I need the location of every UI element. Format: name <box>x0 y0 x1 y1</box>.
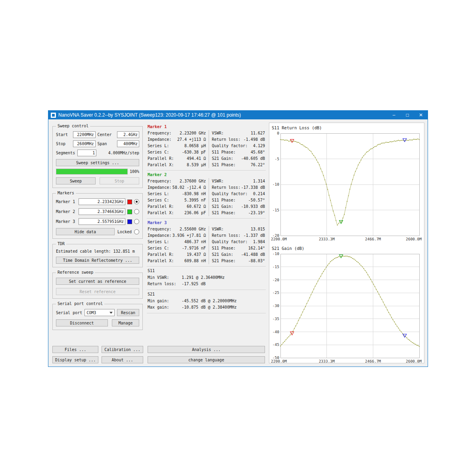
svg-text:2200.0M: 2200.0M <box>271 359 287 363</box>
stop-input[interactable] <box>73 140 96 147</box>
marker-data-row: Parallel R:60.672 Ω <box>148 203 206 210</box>
marker3-radio[interactable] <box>134 219 139 224</box>
field-label: Quality factor: <box>212 191 248 197</box>
marker-data-row: S11 Phase:162.14° <box>212 245 265 251</box>
center-input[interactable] <box>117 131 140 138</box>
field-value: 236.06 pF <box>184 210 206 216</box>
start-label: Start <box>56 132 71 137</box>
tdr-button[interactable]: Time Domain Reflectometry ... <box>56 257 139 264</box>
field-value: 3.936 +j7.81 Ω <box>173 232 206 239</box>
marker2-frequency-input[interactable] <box>79 208 125 215</box>
reference-sweep-group-title: Reference sweep <box>56 270 95 274</box>
serial-port-group-title: Serial port control <box>56 301 104 306</box>
calibration-button[interactable]: Calibration ... <box>102 346 143 353</box>
close-button[interactable]: ✕ <box>414 111 428 119</box>
field-value: -88.03° <box>248 258 265 264</box>
files-button[interactable]: Files ... <box>52 346 98 353</box>
marker-data-row: S21 Gain:-40.605 dB <box>212 155 265 162</box>
field-label: Parallel R: <box>148 155 174 162</box>
marker-data-left-col: Frequency:2.37600 GHzImpedance:58.02 -j1… <box>148 178 209 216</box>
field-value: 8.0658 μH <box>184 143 206 149</box>
titlebar: NanoVNA Saver 0.2.2--by SYSJOINT (Sweep1… <box>48 111 428 119</box>
marker-data-row: Frequency:2.55600 GHz <box>148 226 206 232</box>
segments-row: Segments 4.000MHz/step <box>56 150 139 156</box>
s11-return-loss-chart[interactable]: 0-5-10-15-202200.0M2333.3M2466.7M2600.0M <box>270 131 422 243</box>
svg-text:-20: -20 <box>273 278 279 282</box>
marker2-color-swatch[interactable] <box>127 209 132 214</box>
start-input[interactable] <box>73 131 96 138</box>
sweep-settings-button[interactable]: Sweep settings ... <box>56 159 139 166</box>
field-value: 27.4 +j113 Ω <box>177 136 206 143</box>
sweep-progress-bar <box>56 169 128 175</box>
about-button[interactable]: About ... <box>102 356 143 363</box>
svg-text:-15: -15 <box>273 208 279 212</box>
markers-group: Markers Marker 1 Marker 2 Marker 3 <box>52 193 143 239</box>
marker-data-row: Series L:-830.98 nH <box>148 191 206 197</box>
reset-reference-button[interactable]: Reset reference <box>56 288 139 295</box>
serial-buttons-row: Disconnect Manage <box>56 319 139 326</box>
marker-data-row: Series L:8.0658 μH <box>148 143 206 149</box>
maximize-button[interactable]: □ <box>401 111 414 119</box>
field-value: -23.19° <box>248 210 265 216</box>
left-panel: Sweep control Start Center Stop Span Seg… <box>52 123 144 363</box>
span-input[interactable] <box>117 140 140 147</box>
manage-button[interactable]: Manage <box>112 319 139 326</box>
field-value: 162.14° <box>248 245 265 251</box>
sweep-row-1: Start Center <box>56 131 139 138</box>
field-value: 1.984 <box>253 239 265 245</box>
marker-data-row: S21 Phase:-88.03° <box>212 258 265 264</box>
field-value: 609.88 nH <box>184 258 206 264</box>
marker2-radio[interactable] <box>134 209 139 214</box>
field-value: 5.3995 nF <box>184 197 206 203</box>
svg-text:-30: -30 <box>273 303 279 308</box>
field-value: 1.291 @ 2.36400MHz <box>182 274 225 281</box>
marker-data-row: Return loss:-1.337 dB <box>212 232 265 239</box>
sweep-button[interactable]: Sweep <box>56 177 96 184</box>
center-label: Center <box>98 132 115 137</box>
marker1-label: Marker 1 <box>56 200 77 204</box>
svg-text:-35: -35 <box>273 317 279 321</box>
s21-summary-title: S21 <box>148 292 265 296</box>
s11-min-vswr-row: Min VSWR: 1.291 @ 2.36400MHz <box>148 274 265 281</box>
rescan-button[interactable]: Rescan <box>117 309 139 316</box>
marker1-frequency-input[interactable] <box>79 198 125 205</box>
s21-gain-chart[interactable]: -10-15-20-25-30-35-40-45-502200.0M2333.3… <box>270 251 422 365</box>
serial-port-select[interactable]: COM3 <box>84 309 115 316</box>
svg-text:2466.7M: 2466.7M <box>365 359 381 363</box>
field-value: 2.37600 GHz <box>180 178 206 184</box>
field-label: Frequency: <box>148 130 171 136</box>
app-icon-glyph <box>52 114 55 117</box>
set-reference-button[interactable]: Set current as reference <box>56 278 139 285</box>
span-label: Span <box>98 142 115 146</box>
analysis-button[interactable]: Analysis ... <box>148 346 265 353</box>
hide-data-button[interactable]: Hide data <box>56 228 115 235</box>
serial-port-value: COM3 <box>86 311 108 315</box>
marker-data-title: Marker 2 <box>148 173 265 177</box>
locked-checkbox[interactable] <box>134 229 139 234</box>
field-label: Min VSWR: <box>148 274 182 281</box>
field-label: S11 Phase: <box>212 245 236 251</box>
marker-data-row: S11 Phase:45.68° <box>212 149 265 155</box>
field-label: S11 Phase: <box>212 149 236 155</box>
field-value: 4.129 <box>253 143 265 149</box>
marker3-frequency-input[interactable] <box>79 218 125 225</box>
marker-data-left-col: Frequency:2.23200 GHzImpedance:27.4 +j11… <box>148 130 209 168</box>
stop-button[interactable]: Stop <box>100 177 139 184</box>
marker1-color-swatch[interactable] <box>127 200 132 204</box>
minimize-button[interactable]: – <box>387 111 401 119</box>
marker-data-row: Series L:486.37 nH <box>148 239 206 245</box>
tdr-group-title: TDR <box>56 242 66 246</box>
display-setup-button[interactable]: Display setup ... <box>52 356 98 363</box>
segments-input[interactable] <box>77 150 96 156</box>
field-label: Return loss: <box>212 136 240 143</box>
field-label: Return loss: <box>212 232 240 239</box>
marker3-color-swatch[interactable] <box>127 219 132 224</box>
field-label: Parallel R: <box>148 251 174 258</box>
field-label: Parallel X: <box>148 162 174 168</box>
marker1-radio[interactable] <box>134 199 139 204</box>
disconnect-button[interactable]: Disconnect <box>56 319 108 326</box>
marker-data-columns: Frequency:2.37600 GHzImpedance:58.02 -j1… <box>148 178 265 216</box>
chevron-down-icon <box>109 312 113 314</box>
marker-data-row: S21 Phase:-23.19° <box>212 210 265 216</box>
change-language-button[interactable]: change language <box>148 356 265 363</box>
